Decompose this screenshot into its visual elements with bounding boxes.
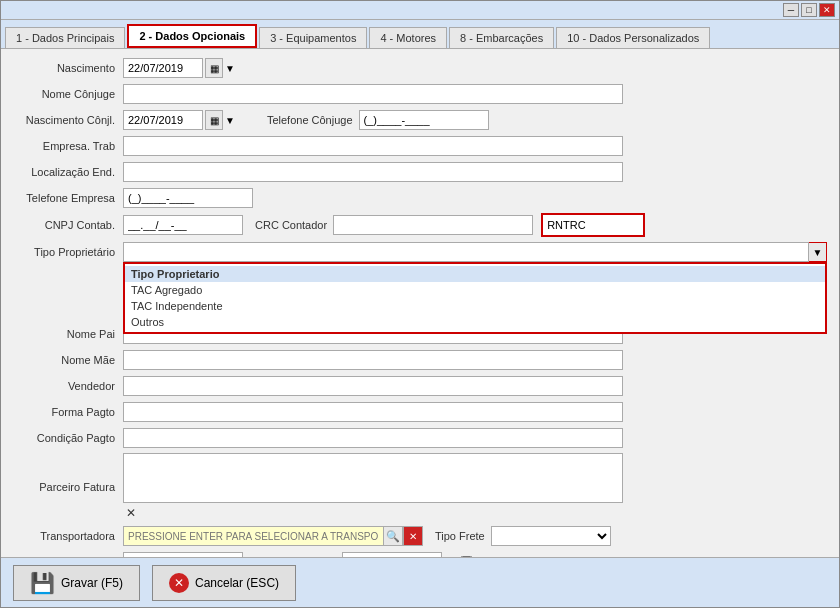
save-button[interactable]: 💾 Gravar (F5)	[13, 565, 140, 601]
nome-conjuge-row: Nome Cônjuge	[13, 83, 827, 105]
minimize-button[interactable]: ─	[783, 3, 799, 17]
cancel-button[interactable]: ✕ Cancelar (ESC)	[152, 565, 296, 601]
tab-dados-personalizados[interactable]: 10 - Dados Personalizados	[556, 27, 710, 48]
cancel-icon: ✕	[169, 573, 189, 593]
nascimento-conj-date-field: ▦ ▼	[123, 110, 255, 130]
limite-credito-row: Limite de Crédito Vencto Cadastro ▼ Não …	[13, 551, 827, 557]
vencto-cadastro-label: Vencto Cadastro	[255, 556, 336, 557]
tipo-proprietario-dropdown-popup: Tipo Proprietario TAC Agregado TAC Indep…	[123, 262, 827, 334]
localizacao-end-input[interactable]	[123, 162, 623, 182]
telefone-empresa-input[interactable]	[123, 188, 253, 208]
rntrc-input[interactable]	[543, 215, 643, 235]
nome-mae-label: Nome Mãe	[13, 354, 123, 366]
condicao-pagto-input[interactable]	[123, 428, 623, 448]
forma-pagto-input[interactable]	[123, 402, 623, 422]
tipo-frete-label: Tipo Frete	[435, 530, 485, 542]
cancel-label: Cancelar (ESC)	[195, 576, 279, 590]
nascimento-input[interactable]	[123, 58, 203, 78]
cnpj-row: CNPJ Contab. CRC Contador	[13, 213, 827, 237]
vendedor-row: Vendedor	[13, 375, 827, 397]
nascimento-conj-dropdown-arrow[interactable]: ▼	[225, 115, 235, 126]
limite-credito-input[interactable]	[123, 552, 243, 557]
dropdown-item-outros[interactable]: Outros	[125, 314, 825, 330]
empresa-trab-label: Empresa. Trab	[13, 140, 123, 152]
save-icon: 💾	[30, 571, 55, 595]
tab-dados-opcionais[interactable]: 2 - Dados Opcionais	[127, 24, 257, 48]
nome-mae-input[interactable]	[123, 350, 623, 370]
limite-credito-label: Limite de Crédito	[13, 556, 123, 557]
nascimento-conj-row: Nascimento Cônjl. ▦ ▼ Telefone Cônjuge	[13, 109, 827, 131]
tab-dados-principais[interactable]: 1 - Dados Principais	[5, 27, 125, 48]
empresa-trab-input[interactable]	[123, 136, 623, 156]
vendedor-label: Vendedor	[13, 380, 123, 392]
crc-contador-label: CRC Contador	[255, 219, 327, 231]
localizacao-end-label: Localização End.	[13, 166, 123, 178]
nao-aplicar-wrapper: Não Aplicar Autorização Supervisionada	[460, 556, 673, 558]
tipo-proprietario-select-wrapper: ▼	[123, 242, 827, 262]
nascimento-conj-input[interactable]	[123, 110, 203, 130]
nao-aplicar-label: Não Aplicar Autorização Supervisionada	[477, 556, 673, 557]
nome-conjuge-label: Nome Cônjuge	[13, 88, 123, 100]
window-controls-bar: ─ □ ✕	[1, 1, 839, 20]
vencto-dropdown-arrow[interactable]: ▼	[440, 557, 450, 558]
tab-bar: 1 - Dados Principais 2 - Dados Opcionais…	[1, 20, 839, 49]
nascimento-label: Nascimento	[13, 62, 123, 74]
close-button[interactable]: ✕	[819, 3, 835, 17]
transportadora-row: Transportadora 🔍 ✕ Tipo Frete	[13, 525, 827, 547]
empresa-trab-row: Empresa. Trab	[13, 135, 827, 157]
rntrc-box	[541, 213, 645, 237]
parceiro-fatura-clear-button[interactable]: ✕	[123, 505, 139, 521]
nao-aplicar-checkbox[interactable]	[460, 556, 473, 558]
dropdown-item-tac-agregado[interactable]: TAC Agregado	[125, 282, 825, 298]
tipo-proprietario-wrapper: ▼ Tipo Proprietario TAC Agregado TAC Ind…	[123, 242, 827, 262]
nome-mae-row: Nome Mãe	[13, 349, 827, 371]
tipo-proprietario-row: Tipo Proprietário ▼ Tipo Proprietario TA…	[13, 241, 827, 263]
forma-pagto-row: Forma Pagto	[13, 401, 827, 423]
telefone-conjuge-label: Telefone Cônjuge	[267, 114, 353, 126]
form-area: Nascimento ▦ ▼ Nome Cônjuge Nascimento C…	[1, 49, 839, 557]
condicao-pagto-row: Condição Pagto	[13, 427, 827, 449]
localizacao-end-row: Localização End.	[13, 161, 827, 183]
nascimento-row: Nascimento ▦ ▼	[13, 57, 827, 79]
nome-conjuge-input[interactable]	[123, 84, 623, 104]
crc-contador-input[interactable]	[333, 215, 533, 235]
parceiro-fatura-row: Parceiro Fatura ✕	[13, 453, 827, 521]
nascimento-date-field: ▦ ▼	[123, 58, 235, 78]
transportadora-clear-button[interactable]: ✕	[403, 526, 423, 546]
parceiro-fatura-wrapper: ✕	[123, 453, 827, 521]
forma-pagto-label: Forma Pagto	[13, 406, 123, 418]
tipo-frete-wrapper	[491, 526, 611, 546]
x-button-wrapper: ✕	[123, 505, 827, 521]
tipo-proprietario-dropdown-button[interactable]: ▼	[809, 242, 827, 262]
nome-pai-label: Nome Pai	[13, 328, 123, 340]
transportadora-input[interactable]	[123, 526, 383, 546]
transportadora-label: Transportadora	[13, 530, 123, 542]
vendedor-input[interactable]	[123, 376, 623, 396]
maximize-button[interactable]: □	[801, 3, 817, 17]
condicao-pagto-label: Condição Pagto	[13, 432, 123, 444]
tipo-proprietario-label: Tipo Proprietário	[13, 246, 123, 258]
vencto-cadastro-select[interactable]	[342, 552, 442, 557]
nascimento-conj-label: Nascimento Cônjl.	[13, 114, 123, 126]
dropdown-item-tac-independente[interactable]: TAC Independente	[125, 298, 825, 314]
dropdown-popup-header: Tipo Proprietario	[125, 266, 825, 282]
telefone-empresa-row: Telefone Empresa	[13, 187, 827, 209]
tab-motores[interactable]: 4 - Motores	[369, 27, 447, 48]
telefone-conjuge-input[interactable]	[359, 110, 489, 130]
nascimento-dropdown-arrow[interactable]: ▼	[225, 63, 235, 74]
save-label: Gravar (F5)	[61, 576, 123, 590]
nascimento-conj-calendar-button[interactable]: ▦	[205, 110, 223, 130]
bottom-action-bar: 💾 Gravar (F5) ✕ Cancelar (ESC)	[1, 557, 839, 607]
transportadora-search-button[interactable]: 🔍	[383, 526, 403, 546]
cnpj-contab-input[interactable]	[123, 215, 243, 235]
tipo-proprietario-input[interactable]	[123, 242, 809, 262]
nascimento-calendar-button[interactable]: ▦	[205, 58, 223, 78]
tipo-frete-select[interactable]	[491, 526, 611, 546]
tab-equipamentos[interactable]: 3 - Equipamentos	[259, 27, 367, 48]
cnpj-contab-label: CNPJ Contab.	[13, 219, 123, 231]
parceiro-fatura-textarea[interactable]	[123, 453, 623, 503]
main-window: ─ □ ✕ 1 - Dados Principais 2 - Dados Opc…	[0, 0, 840, 608]
telefone-empresa-label: Telefone Empresa	[13, 192, 123, 204]
tab-embarcacoes[interactable]: 8 - Embarcações	[449, 27, 554, 48]
parceiro-fatura-label: Parceiro Fatura	[13, 481, 123, 493]
